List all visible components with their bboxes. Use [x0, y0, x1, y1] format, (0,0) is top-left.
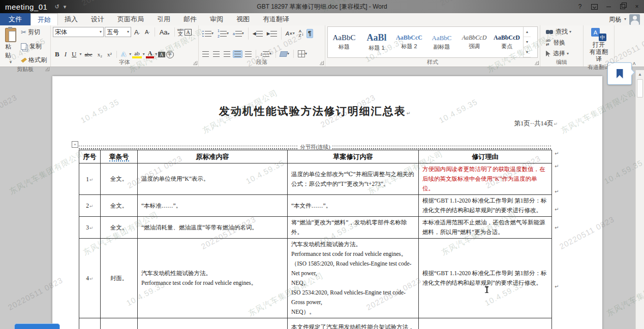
restore-button[interactable]: [616, 0, 630, 13]
table-move-handle[interactable]: +: [72, 141, 78, 148]
scrollbar-thumb[interactable]: [637, 79, 643, 97]
style-strong[interactable]: AaBbCcD要点: [490, 27, 523, 57]
subscript-button[interactable]: x₂: [96, 51, 104, 57]
cut-button[interactable]: ✂剪切: [19, 27, 48, 37]
header-draft[interactable]: 草案修订内容: [288, 150, 419, 163]
cell-draft[interactable]: 汽车发动机性能试验方法。 Performance test code for r…: [288, 239, 419, 318]
cell-clause[interactable]: 全文。: [101, 195, 138, 217]
vertical-scrollbar[interactable]: ▲: [635, 70, 644, 329]
character-shading-button[interactable]: A: [158, 52, 165, 57]
tab-mailings[interactable]: 邮件: [177, 13, 203, 25]
cell-clause[interactable]: 第1章。 范围。: [101, 318, 138, 329]
replace-button[interactable]: ab⇄替换: [544, 38, 581, 48]
align-right-button[interactable]: [222, 50, 232, 58]
justify-button[interactable]: [233, 50, 242, 58]
sort-button[interactable]: AZ↓: [297, 28, 305, 39]
cell-no[interactable]: 5↵: [79, 318, 101, 329]
copy-button[interactable]: 复制: [19, 42, 48, 51]
show-hide-marks-button[interactable]: ¶: [306, 29, 313, 38]
cell-original[interactable]: “燃油消耗量、燃油温度”等带有燃油的名词。: [138, 217, 288, 239]
phonetic-guide-button[interactable]: wén文: [177, 28, 184, 37]
style-emphasis[interactable]: AaBbCcD强调: [458, 27, 490, 57]
cell-no[interactable]: 2↵: [79, 195, 101, 217]
styles-dialog-launcher[interactable]: [535, 61, 539, 65]
clipboard-dialog-launcher[interactable]: [45, 67, 49, 71]
cell-draft[interactable]: “本文件……”。: [288, 195, 419, 217]
cell-clause[interactable]: 封面。: [101, 239, 138, 318]
shrink-font-button[interactable]: Aˇ: [143, 29, 152, 35]
cell-reason[interactable]: 标准草案中新增“机油稀释试验方法”和“最佳热效率试验方法”，故在第1章“范围”中…: [419, 318, 552, 329]
cell-reason[interactable]: 方便国内阅读者更简洁明了的获取温度数值，在后续的英文版标准中会使用“K”作为温度…: [419, 163, 552, 195]
align-center-button[interactable]: [211, 50, 221, 58]
increase-indent-button[interactable]: ▶: [265, 30, 279, 38]
tab-view[interactable]: 视图: [230, 13, 256, 25]
italic-button[interactable]: I: [63, 50, 69, 58]
cell-draft[interactable]: 将“燃油”更改为“燃料”，发动机零部件名称除外。: [288, 217, 419, 239]
cell-original[interactable]: 汽车发动机性能试验方法。 Performance test code for r…: [138, 239, 288, 318]
cell-no[interactable]: 3↵: [79, 217, 101, 239]
tab-review[interactable]: 审阅: [203, 13, 230, 25]
document-page[interactable]: 发动机性能试验方法修订明细汇总表↵ 第1页··共14页↵ + 分节符(连续) 序…: [52, 76, 602, 329]
tab-page-layout[interactable]: 页面布局: [111, 13, 150, 25]
align-left-button[interactable]: [201, 50, 210, 58]
character-border-button[interactable]: A: [185, 29, 191, 36]
numbering-button[interactable]: 12▾: [216, 27, 230, 40]
close-button[interactable]: ×: [630, 0, 644, 13]
tab-insert[interactable]: 插入: [58, 13, 84, 25]
minimize-button[interactable]: [601, 0, 616, 13]
bold-button[interactable]: B: [53, 50, 62, 58]
cell-no[interactable]: 1↵: [79, 163, 101, 195]
tab-youdao-translate[interactable]: 有道翻译: [256, 13, 296, 25]
styles-scroll-down-icon[interactable]: ▼: [524, 37, 531, 47]
cell-original[interactable]: 本标准规定了汽车用发动机性能台架试验方法，其中包括各种负荷下的动力性及经济性试验…: [138, 318, 288, 329]
distribute-button[interactable]: [243, 50, 253, 58]
cell-reason[interactable]: 本标准适用范围不止燃油，还包含燃气等新能源燃料，所以用“燃料”更为合适。: [419, 217, 552, 239]
paste-button[interactable]: 粘贴 ▾: [2, 27, 19, 65]
text-effects-button[interactable]: A: [119, 50, 128, 58]
styles-scroll-up-icon[interactable]: ▲: [524, 27, 531, 37]
ribbon-display-options-button[interactable]: [587, 0, 601, 13]
format-painter-button[interactable]: 格式刷: [19, 55, 48, 65]
collapse-ribbon-icon[interactable]: ˄: [633, 60, 636, 67]
multilevel-list-button[interactable]: a▾: [231, 30, 246, 38]
style-title[interactable]: AaBbC标题: [328, 27, 360, 57]
header-reason[interactable]: 修订理由: [419, 150, 552, 163]
borders-button[interactable]: ▾: [296, 49, 309, 58]
enclose-characters-button[interactable]: 字: [166, 51, 174, 58]
cell-original[interactable]: 温度的单位使用“K”表示。: [138, 163, 288, 195]
font-color-button[interactable]: A: [146, 50, 155, 58]
account-chip[interactable]: 周杨 ▾: [609, 13, 644, 25]
header-no[interactable]: 序号: [79, 150, 101, 163]
superscript-button[interactable]: x²: [105, 51, 114, 57]
cell-reason[interactable]: 根据“GBT 1.1-2020 标准化工作导则 第1部分：标准化文件的结构和起草…: [419, 239, 552, 318]
cell-clause[interactable]: 全文。: [101, 217, 138, 239]
bookmark-popup[interactable]: [607, 62, 632, 85]
shading-button[interactable]: ▾: [279, 50, 291, 58]
font-dialog-launcher[interactable]: [193, 61, 197, 65]
styles-more-icon[interactable]: ▼̱: [524, 47, 531, 57]
cell-draft[interactable]: 本文件规定了汽车用发动机性能台架试验方法，其中包括各种负荷下的动力性及经济性试验…: [288, 318, 419, 329]
font-name-combobox[interactable]: 宋体▾: [53, 27, 104, 37]
find-button[interactable]: 查找▾: [544, 27, 581, 37]
header-original[interactable]: 原标准内容: [138, 150, 288, 163]
taskbar-peek[interactable]: [14, 323, 60, 329]
select-button[interactable]: 选择▾: [544, 49, 581, 58]
cell-reason[interactable]: 根据“GBT 1.1-2020 标准化工作导则 第1部分：标准化文件的结构和起草…: [419, 195, 552, 217]
line-spacing-button[interactable]: ↕▾: [259, 50, 273, 58]
strikethrough-button[interactable]: abc: [82, 51, 94, 57]
cell-draft[interactable]: 温度的单位全部改为“℃”并相应调整与之相关的公式；原公式中的“T”更改为“t+2…: [288, 163, 419, 195]
asian-layout-button[interactable]: A✕▾: [284, 29, 296, 38]
highlight-color-button[interactable]: ab: [132, 51, 141, 58]
header-clause[interactable]: 章条号: [101, 150, 138, 163]
scroll-up-icon[interactable]: ▲: [636, 70, 644, 78]
cell-no[interactable]: 4↵: [79, 239, 101, 318]
font-size-combobox[interactable]: 五号▾: [105, 27, 131, 37]
style-subtitle[interactable]: AaBbC副标题: [425, 27, 458, 57]
grow-font-button[interactable]: Aˆ: [132, 28, 142, 36]
tab-references[interactable]: 引用: [150, 13, 177, 25]
underline-button[interactable]: U: [70, 50, 78, 58]
tab-file[interactable]: 文件: [0, 13, 30, 25]
paragraph-dialog-launcher[interactable]: [320, 61, 324, 65]
bullets-button[interactable]: ▾: [201, 30, 215, 38]
tab-home[interactable]: 开始: [30, 13, 58, 25]
